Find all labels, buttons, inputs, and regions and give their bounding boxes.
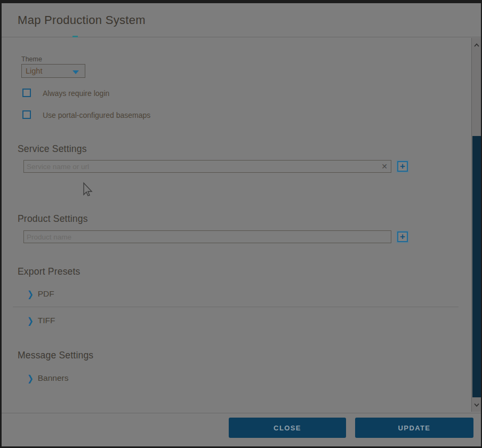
scroll-up-icon[interactable] [473, 42, 480, 49]
expand-row-pdf[interactable]: ❯PDF [27, 289, 54, 300]
chevron-right-icon: ❯ [27, 316, 34, 325]
vertical-scrollbar[interactable] [471, 38, 481, 412]
add-product-button[interactable]: + [397, 231, 408, 242]
product-settings-heading: Product Settings [18, 213, 88, 225]
dialog-title: Map Production System [18, 3, 146, 37]
scroll-down-icon[interactable] [473, 402, 480, 408]
expand-row-tiff[interactable]: ❯TIFF [27, 316, 55, 326]
scrollbar-thumb[interactable] [472, 136, 481, 397]
chevron-right-icon: ❯ [27, 289, 34, 299]
service-name-input[interactable] [23, 160, 391, 173]
app-screen: Map Production System Theme Light Always… [0, 0, 482, 448]
expand-row-label: TIFF [38, 316, 55, 325]
add-service-button[interactable]: + [397, 161, 408, 172]
checkbox-label: Always require login [43, 89, 109, 98]
dialog-header: Map Production System [2, 3, 481, 37]
clear-icon[interactable]: ✕ [381, 161, 388, 172]
expand-row-label: Banners [38, 373, 69, 382]
product-name-input[interactable] [23, 230, 391, 243]
mouse-cursor [81, 181, 93, 198]
chevron-right-icon: ❯ [27, 373, 34, 383]
expand-row-banners[interactable]: ❯Banners [27, 373, 68, 384]
message-settings-heading: Message Settings [18, 350, 93, 361]
checkbox-portal-basemaps[interactable] [22, 110, 31, 119]
divider [13, 307, 459, 307]
export-presets-heading: Export Presets [18, 266, 81, 277]
theme-select[interactable]: Light [21, 64, 85, 78]
chevron-down-icon [73, 70, 79, 74]
product-input-wrap [23, 230, 391, 243]
scrolled-content-remnant [73, 36, 78, 37]
theme-select-value: Light [26, 67, 42, 75]
update-button[interactable]: UPDATE [355, 418, 473, 438]
expand-row-label: PDF [38, 289, 54, 298]
theme-label: Theme [21, 55, 42, 63]
service-input-wrap: ✕ [23, 160, 391, 173]
dialog-footer: CLOSE UPDATE [2, 413, 481, 446]
settings-dialog: Map Production System Theme Light Always… [2, 3, 481, 446]
checkbox-require-login[interactable] [22, 89, 31, 97]
close-button[interactable]: CLOSE [229, 418, 346, 438]
checkbox-label: Use portal-configured basemaps [43, 111, 150, 119]
service-settings-heading: Service Settings [18, 143, 87, 155]
